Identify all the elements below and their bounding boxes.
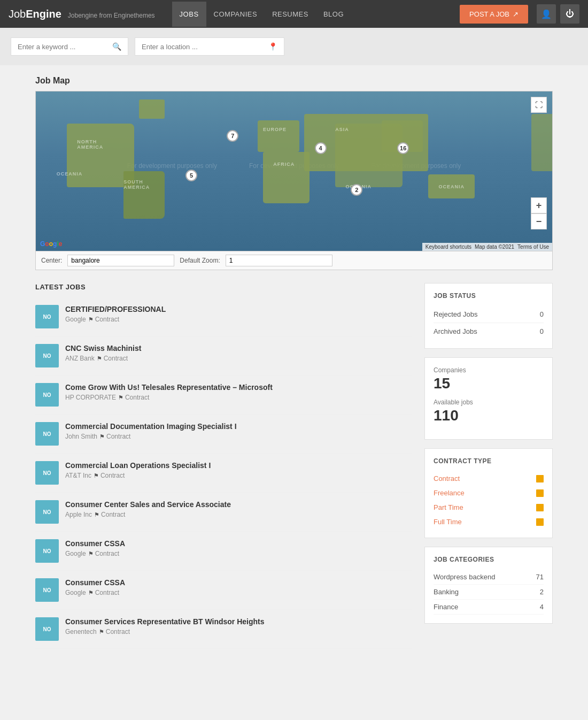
job-title: CERTIFIED/PROFESSIONAL bbox=[65, 305, 412, 313]
job-company: Apple Inc bbox=[65, 511, 92, 518]
job-list-item[interactable]: NO Consumer Services Representative BT W… bbox=[35, 610, 412, 649]
page-content: Job Map For development purposes only Fo… bbox=[27, 65, 561, 660]
job-title: Commercial Loan Operations Specialist I bbox=[65, 461, 412, 470]
map-visual: For development purposes only For develo… bbox=[36, 91, 552, 251]
keyword-search-container: 🔍 bbox=[11, 37, 128, 56]
job-title: Come Grow With Us! Telesales Representat… bbox=[65, 383, 412, 392]
job-list-item[interactable]: NO Consumer CSSA Google ⚑ Contract bbox=[35, 571, 412, 610]
job-company: Genentech bbox=[65, 628, 97, 635]
job-list-item[interactable]: NO Commercial Loan Operations Specialist… bbox=[35, 454, 412, 493]
contract-type-row[interactable]: Part Time bbox=[434, 500, 544, 515]
job-list-item[interactable]: NO Come Grow With Us! Telesales Represen… bbox=[35, 376, 412, 415]
job-info: Commercial Documentation Imaging Special… bbox=[65, 422, 412, 440]
contract-label[interactable]: Contract bbox=[434, 474, 460, 482]
contract-type-row[interactable]: Full Time bbox=[434, 515, 544, 529]
power-icon-button[interactable]: ⏻ bbox=[560, 4, 579, 24]
job-company: Google bbox=[65, 316, 86, 323]
north-america-label: NORTHAMERICA bbox=[77, 139, 103, 150]
map-zoom-input[interactable] bbox=[226, 255, 332, 266]
oceania-label3: OCEANIA bbox=[57, 171, 83, 177]
job-type: Contract bbox=[100, 472, 125, 479]
latest-jobs-title: LATEST JOBS bbox=[35, 283, 412, 291]
contract-label[interactable]: Full Time bbox=[434, 518, 462, 526]
contract-label[interactable]: Part Time bbox=[434, 503, 463, 511]
contract-type-row[interactable]: Freelance bbox=[434, 486, 544, 500]
post-job-button[interactable]: POST A JOB ↗ bbox=[460, 5, 528, 24]
job-company: AT&T Inc bbox=[65, 472, 91, 479]
job-company: ANZ Bank bbox=[65, 355, 95, 362]
status-count: 0 bbox=[540, 327, 544, 335]
job-info: Consumer Services Representative BT Wind… bbox=[65, 617, 412, 635]
map-marker-4[interactable]: 4 bbox=[315, 142, 327, 154]
job-title: Commercial Documentation Imaging Special… bbox=[65, 422, 412, 431]
job-tag: ⚑ Contract bbox=[88, 589, 119, 596]
map-marker-2[interactable]: 2 bbox=[351, 184, 362, 196]
status-label: Rejected Jobs bbox=[434, 310, 477, 318]
terms-link[interactable]: Terms of Use bbox=[517, 244, 549, 250]
category-rows: Wordpress backend 71 Banking 2 Finance 4 bbox=[434, 570, 544, 615]
job-list-item[interactable]: NO Commercial Documentation Imaging Spec… bbox=[35, 415, 412, 454]
job-map-section: Job Map For development purposes only Fo… bbox=[35, 76, 553, 270]
keyword-search-input[interactable] bbox=[18, 43, 108, 51]
category-name[interactable]: Finance bbox=[434, 603, 458, 611]
logo-sub: Jobengine from Enginethemes bbox=[68, 12, 155, 19]
job-title: Consumer CSSA bbox=[65, 539, 412, 548]
job-type: Contract bbox=[125, 394, 149, 401]
category-name[interactable]: Banking bbox=[434, 588, 459, 596]
location-search-container: 📍 bbox=[135, 37, 284, 56]
job-logo: NO bbox=[35, 422, 59, 446]
contract-label[interactable]: Freelance bbox=[434, 489, 465, 497]
job-tag: ⚑ Contract bbox=[118, 394, 149, 401]
keyboard-shortcuts-link[interactable]: Keyboard shortcuts bbox=[425, 244, 471, 250]
job-category-row: Wordpress backend 71 bbox=[434, 570, 544, 585]
map-marker-7[interactable]: 7 bbox=[227, 130, 238, 142]
job-type: Contract bbox=[95, 316, 119, 323]
contract-bar-icon bbox=[536, 475, 544, 482]
job-meta: John Smith ⚑ Contract bbox=[65, 433, 412, 440]
map-center-input[interactable] bbox=[67, 255, 174, 266]
africa-label: AFRICA bbox=[273, 162, 295, 167]
contract-rows: Contract Freelance Part Time Full Time bbox=[434, 471, 544, 529]
location-search-input[interactable] bbox=[142, 43, 264, 51]
map-zoom-in-button[interactable]: + bbox=[531, 197, 547, 213]
nav-resumes[interactable]: RESUMES bbox=[265, 2, 316, 27]
job-company: Google bbox=[65, 550, 86, 557]
job-list-item[interactable]: NO CNC Swiss Machinist ANZ Bank ⚑ Contra… bbox=[35, 336, 412, 376]
job-meta: HP CORPORATE ⚑ Contract bbox=[65, 394, 412, 401]
nav-blog[interactable]: BLOG bbox=[316, 2, 351, 27]
map-footer: Keyboard shortcuts Map data ©2021 Terms … bbox=[422, 243, 552, 251]
search-bar: 🔍 📍 bbox=[0, 28, 588, 65]
available-label: Available jobs bbox=[434, 399, 544, 406]
job-list-item[interactable]: NO Consumer Center Sales and Service Ass… bbox=[35, 493, 412, 532]
south-america-label: SOUTHAMERICA bbox=[123, 179, 150, 190]
map-fullscreen-button[interactable]: ⛶ bbox=[531, 97, 547, 113]
job-meta: ANZ Bank ⚑ Contract bbox=[65, 355, 412, 362]
job-logo: NO bbox=[35, 305, 59, 328]
job-type: Contract bbox=[95, 550, 119, 557]
job-meta: Genentech ⚑ Contract bbox=[65, 628, 412, 635]
job-list-item[interactable]: NO Consumer CSSA Google ⚑ Contract bbox=[35, 532, 412, 571]
category-name[interactable]: Wordpress backend bbox=[434, 573, 495, 581]
contract-type-row[interactable]: Contract bbox=[434, 471, 544, 486]
map-zoom-controls: + − bbox=[531, 197, 547, 229]
companies-value: 15 bbox=[434, 375, 544, 392]
sidebar: JOB STATUS Rejected Jobs 0 Archived Jobs… bbox=[424, 283, 553, 649]
map-zoom-out-button[interactable]: − bbox=[531, 213, 547, 229]
job-categories-title: JOB CATEGORIES bbox=[434, 556, 544, 563]
job-tag: ⚑ Contract bbox=[99, 628, 130, 635]
companies-label: Companies bbox=[434, 366, 544, 374]
nav-companies[interactable]: COMPANIES bbox=[206, 2, 265, 27]
job-category-row: Banking 2 bbox=[434, 585, 544, 600]
status-label: Archived Jobs bbox=[434, 327, 477, 335]
category-count: 71 bbox=[536, 573, 544, 581]
job-status-row: Archived Jobs 0 bbox=[434, 323, 544, 340]
map-container[interactable]: For development purposes only For develo… bbox=[35, 91, 553, 251]
user-icon-button[interactable]: 👤 bbox=[537, 4, 556, 24]
map-marker-5[interactable]: 5 bbox=[185, 170, 197, 181]
zoom-label: Default Zoom: bbox=[180, 257, 220, 264]
job-info: Consumer CSSA Google ⚑ Contract bbox=[65, 539, 412, 557]
nav-jobs[interactable]: JOBS bbox=[172, 2, 206, 27]
job-category-row: Finance 4 bbox=[434, 600, 544, 615]
job-list-item[interactable]: NO CERTIFIED/PROFESSIONAL Google ⚑ Contr… bbox=[35, 297, 412, 336]
contract-bar-icon bbox=[536, 518, 544, 526]
